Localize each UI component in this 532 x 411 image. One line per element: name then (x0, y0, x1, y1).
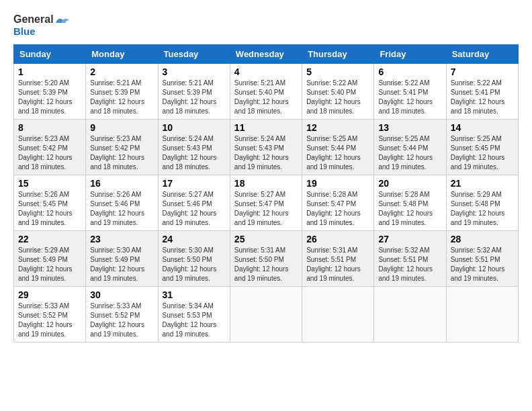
day-cell: 10Sunrise: 5:24 AM Sunset: 5:43 PM Dayli… (158, 119, 230, 175)
day-cell: 29Sunrise: 5:33 AM Sunset: 5:52 PM Dayli… (14, 286, 86, 342)
header-saturday: Saturday (446, 44, 518, 63)
day-number: 1 (18, 66, 81, 77)
day-number: 16 (90, 178, 153, 189)
header-wednesday: Wednesday (230, 44, 302, 63)
day-info: Sunrise: 5:27 AM Sunset: 5:47 PM Dayligh… (234, 190, 298, 228)
day-cell: 8Sunrise: 5:23 AM Sunset: 5:42 PM Daylig… (14, 119, 86, 175)
day-number: 5 (306, 66, 369, 77)
day-info: Sunrise: 5:25 AM Sunset: 5:44 PM Dayligh… (378, 134, 441, 172)
day-info: Sunrise: 5:31 AM Sunset: 5:51 PM Dayligh… (306, 246, 369, 283)
day-info: Sunrise: 5:28 AM Sunset: 5:48 PM Dayligh… (378, 190, 441, 228)
day-number: 13 (378, 122, 441, 133)
day-number: 30 (90, 289, 153, 300)
day-info: Sunrise: 5:25 AM Sunset: 5:45 PM Dayligh… (451, 134, 514, 172)
day-number: 18 (234, 178, 298, 189)
day-cell: 16Sunrise: 5:26 AM Sunset: 5:46 PM Dayli… (86, 175, 158, 230)
day-number: 22 (18, 234, 81, 244)
day-number: 25 (234, 234, 298, 244)
day-info: Sunrise: 5:33 AM Sunset: 5:52 PM Dayligh… (90, 302, 153, 339)
day-info: Sunrise: 5:26 AM Sunset: 5:46 PM Dayligh… (90, 190, 153, 228)
day-cell: 21Sunrise: 5:29 AM Sunset: 5:48 PM Dayli… (446, 175, 518, 230)
day-number: 9 (90, 122, 153, 133)
day-number: 19 (306, 178, 369, 189)
day-info: Sunrise: 5:20 AM Sunset: 5:39 PM Dayligh… (18, 79, 81, 116)
day-cell (374, 286, 446, 342)
day-cell: 1Sunrise: 5:20 AM Sunset: 5:39 PM Daylig… (14, 63, 86, 119)
day-number: 31 (163, 289, 226, 300)
week-row-3: 15Sunrise: 5:26 AM Sunset: 5:45 PM Dayli… (14, 175, 519, 230)
week-row-5: 29Sunrise: 5:33 AM Sunset: 5:52 PM Dayli… (14, 286, 519, 342)
day-cell: 27Sunrise: 5:32 AM Sunset: 5:51 PM Dayli… (374, 230, 446, 286)
day-info: Sunrise: 5:29 AM Sunset: 5:49 PM Dayligh… (18, 246, 81, 283)
header-tuesday: Tuesday (158, 44, 230, 63)
day-cell: 18Sunrise: 5:27 AM Sunset: 5:47 PM Dayli… (230, 175, 302, 230)
day-cell: 26Sunrise: 5:31 AM Sunset: 5:51 PM Dayli… (302, 230, 374, 286)
day-info: Sunrise: 5:23 AM Sunset: 5:42 PM Dayligh… (90, 134, 153, 172)
day-number: 12 (306, 122, 369, 133)
day-info: Sunrise: 5:33 AM Sunset: 5:52 PM Dayligh… (18, 302, 81, 339)
day-info: Sunrise: 5:34 AM Sunset: 5:53 PM Dayligh… (163, 302, 226, 339)
day-cell: 7Sunrise: 5:22 AM Sunset: 5:41 PM Daylig… (446, 63, 518, 119)
day-info: Sunrise: 5:27 AM Sunset: 5:46 PM Dayligh… (163, 190, 226, 228)
day-info: Sunrise: 5:21 AM Sunset: 5:40 PM Dayligh… (234, 79, 298, 116)
header-thursday: Thursday (302, 44, 374, 63)
day-cell: 20Sunrise: 5:28 AM Sunset: 5:48 PM Dayli… (374, 175, 446, 230)
day-number: 4 (234, 66, 298, 77)
day-number: 6 (378, 66, 441, 77)
day-info: Sunrise: 5:21 AM Sunset: 5:39 PM Dayligh… (163, 79, 226, 116)
day-cell: 11Sunrise: 5:24 AM Sunset: 5:43 PM Dayli… (230, 119, 302, 175)
day-cell: 15Sunrise: 5:26 AM Sunset: 5:45 PM Dayli… (14, 175, 86, 230)
day-cell: 25Sunrise: 5:31 AM Sunset: 5:50 PM Dayli… (230, 230, 302, 286)
day-cell: 2Sunrise: 5:21 AM Sunset: 5:39 PM Daylig… (86, 63, 158, 119)
week-row-2: 8Sunrise: 5:23 AM Sunset: 5:42 PM Daylig… (14, 119, 519, 175)
day-number: 20 (378, 178, 441, 189)
day-info: Sunrise: 5:24 AM Sunset: 5:43 PM Dayligh… (163, 134, 226, 172)
day-number: 23 (90, 234, 153, 244)
day-info: Sunrise: 5:24 AM Sunset: 5:43 PM Dayligh… (234, 134, 298, 172)
day-number: 24 (163, 234, 226, 244)
day-number: 3 (163, 66, 226, 77)
day-number: 8 (18, 122, 81, 133)
bird-icon (55, 16, 71, 30)
day-number: 26 (306, 234, 369, 244)
day-info: Sunrise: 5:22 AM Sunset: 5:40 PM Dayligh… (306, 79, 369, 116)
day-number: 17 (163, 178, 226, 189)
logo-general: General (13, 13, 54, 26)
day-cell: 13Sunrise: 5:25 AM Sunset: 5:44 PM Dayli… (374, 119, 446, 175)
header-friday: Friday (374, 44, 446, 63)
day-number: 15 (18, 178, 81, 189)
day-info: Sunrise: 5:22 AM Sunset: 5:41 PM Dayligh… (451, 79, 514, 116)
day-info: Sunrise: 5:30 AM Sunset: 5:49 PM Dayligh… (90, 246, 153, 283)
day-cell: 28Sunrise: 5:32 AM Sunset: 5:51 PM Dayli… (446, 230, 518, 286)
day-cell: 19Sunrise: 5:28 AM Sunset: 5:47 PM Dayli… (302, 175, 374, 230)
header-monday: Monday (86, 44, 158, 63)
day-number: 29 (18, 289, 81, 300)
day-cell: 3Sunrise: 5:21 AM Sunset: 5:39 PM Daylig… (158, 63, 230, 119)
day-cell: 23Sunrise: 5:30 AM Sunset: 5:49 PM Dayli… (86, 230, 158, 286)
day-info: Sunrise: 5:32 AM Sunset: 5:51 PM Dayligh… (378, 246, 441, 283)
day-number: 2 (90, 66, 153, 77)
day-cell (302, 286, 374, 342)
day-info: Sunrise: 5:31 AM Sunset: 5:50 PM Dayligh… (234, 246, 298, 283)
day-info: Sunrise: 5:30 AM Sunset: 5:50 PM Dayligh… (163, 246, 226, 283)
day-number: 28 (451, 234, 514, 244)
day-number: 10 (163, 122, 226, 133)
logo: General Blue (13, 13, 71, 38)
calendar-table: SundayMondayTuesdayWednesdayThursdayFrid… (13, 44, 519, 342)
day-cell: 5Sunrise: 5:22 AM Sunset: 5:40 PM Daylig… (302, 63, 374, 119)
day-cell (230, 286, 302, 342)
day-cell: 22Sunrise: 5:29 AM Sunset: 5:49 PM Dayli… (14, 230, 86, 286)
day-cell: 30Sunrise: 5:33 AM Sunset: 5:52 PM Dayli… (86, 286, 158, 342)
day-info: Sunrise: 5:21 AM Sunset: 5:39 PM Dayligh… (90, 79, 153, 116)
day-cell: 9Sunrise: 5:23 AM Sunset: 5:42 PM Daylig… (86, 119, 158, 175)
calendar-header-row: SundayMondayTuesdayWednesdayThursdayFrid… (14, 44, 519, 63)
page-header: General Blue (13, 13, 519, 38)
day-info: Sunrise: 5:26 AM Sunset: 5:45 PM Dayligh… (18, 190, 81, 228)
day-cell: 4Sunrise: 5:21 AM Sunset: 5:40 PM Daylig… (230, 63, 302, 119)
day-info: Sunrise: 5:22 AM Sunset: 5:41 PM Dayligh… (378, 79, 441, 116)
day-info: Sunrise: 5:29 AM Sunset: 5:48 PM Dayligh… (451, 190, 514, 228)
day-number: 21 (451, 178, 514, 189)
day-info: Sunrise: 5:25 AM Sunset: 5:44 PM Dayligh… (306, 134, 369, 172)
week-row-4: 22Sunrise: 5:29 AM Sunset: 5:49 PM Dayli… (14, 230, 519, 286)
day-number: 7 (451, 66, 514, 77)
